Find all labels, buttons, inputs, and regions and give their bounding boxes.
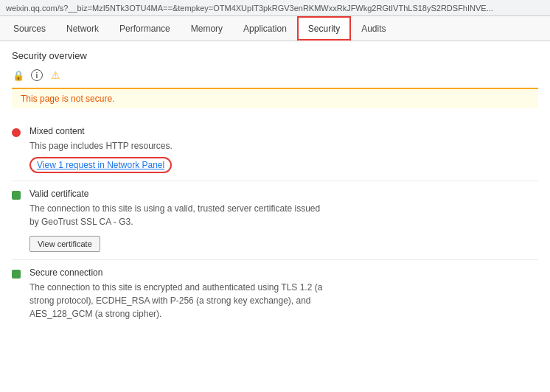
secure-conn-status-dot: [12, 270, 21, 279]
network-panel-link[interactable]: View 1 request in Network Panel: [37, 160, 164, 170]
secure-connection-item: Secure connection The connection to this…: [12, 260, 538, 332]
view-certificate-button[interactable]: View certificate: [29, 236, 100, 252]
warning-bar: This page is not secure.: [12, 88, 538, 108]
tab-application[interactable]: Application: [233, 16, 297, 41]
mixed-content-title: Mixed content: [29, 126, 538, 136]
url-bar: weixin.qq.com/s?__biz=MzI5NTk3OTU4MA==&t…: [0, 0, 550, 16]
tab-security[interactable]: Security: [297, 16, 351, 41]
mixed-content-item: Mixed content This page includes HTTP re…: [12, 119, 538, 181]
secure-conn-title: Secure connection: [29, 267, 538, 278]
mixed-content-status-dot: [12, 128, 21, 137]
valid-cert-body: Valid certificate The connection to this…: [29, 189, 538, 252]
valid-certificate-item: Valid certificate The connection to this…: [12, 181, 538, 260]
info-icon[interactable]: i: [31, 69, 43, 81]
tab-memory[interactable]: Memory: [181, 16, 233, 41]
main-content: Security overview 🔒 i ⚠ This page is not…: [0, 41, 550, 341]
network-link-circle: View 1 request in Network Panel: [29, 157, 172, 173]
warning-icon[interactable]: ⚠: [49, 69, 62, 82]
valid-cert-desc: The connection to this site is using a v…: [29, 202, 538, 228]
tab-bar: Sources Network Performance Memory Appli…: [0, 16, 550, 41]
icons-row: 🔒 i ⚠: [12, 69, 538, 82]
mixed-content-body: Mixed content This page includes HTTP re…: [29, 126, 538, 173]
valid-cert-title: Valid certificate: [29, 189, 538, 199]
section-title: Security overview: [12, 50, 538, 61]
tab-audits[interactable]: Audits: [351, 16, 396, 41]
valid-cert-status-dot: [12, 191, 21, 200]
tab-network[interactable]: Network: [56, 16, 109, 41]
tab-sources[interactable]: Sources: [3, 16, 56, 41]
warning-text: This page is not secure.: [21, 94, 114, 104]
secure-conn-desc: The connection to this site is encrypted…: [29, 281, 538, 321]
tab-performance[interactable]: Performance: [109, 16, 181, 41]
mixed-content-desc: This page includes HTTP resources.: [29, 139, 538, 153]
lock-icon[interactable]: 🔒: [12, 69, 25, 82]
secure-conn-body: Secure connection The connection to this…: [29, 267, 538, 325]
